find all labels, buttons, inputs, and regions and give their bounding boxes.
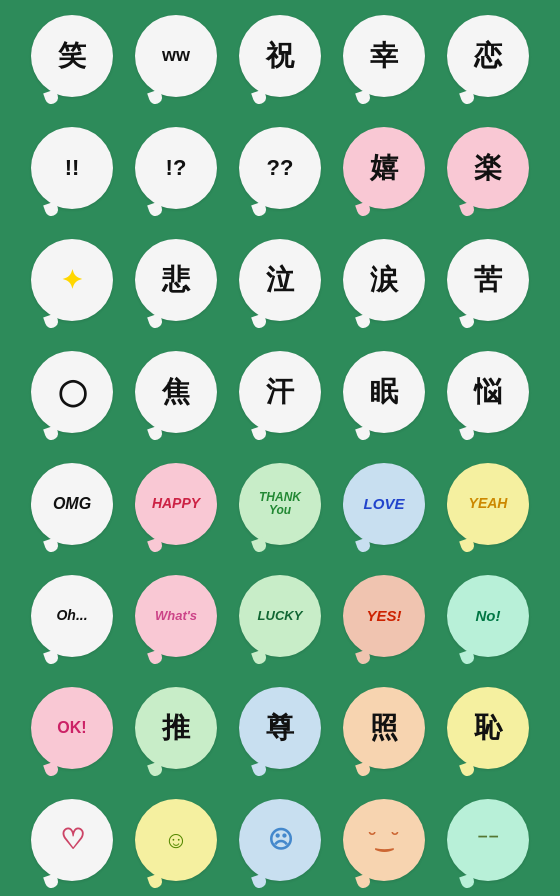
- bubble-label: YEAH: [469, 496, 508, 511]
- speech-bubble[interactable]: 笑: [31, 15, 113, 97]
- speech-bubble[interactable]: 嬉: [343, 127, 425, 209]
- sticker-cell[interactable]: 苦: [438, 226, 538, 334]
- speech-bubble[interactable]: ☺: [135, 799, 217, 881]
- speech-bubble[interactable]: 焦: [135, 351, 217, 433]
- sticker-cell[interactable]: 尊: [230, 674, 330, 782]
- speech-bubble[interactable]: ◯: [31, 351, 113, 433]
- sticker-cell[interactable]: 笑: [22, 2, 122, 110]
- sticker-cell[interactable]: 悩: [438, 338, 538, 446]
- speech-bubble[interactable]: 恥: [447, 687, 529, 769]
- bubble-label: 推: [162, 713, 190, 744]
- sticker-cell[interactable]: 涙: [334, 226, 434, 334]
- sticker-cell[interactable]: ☹: [230, 786, 330, 894]
- sticker-cell[interactable]: YEAH: [438, 450, 538, 558]
- sticker-cell[interactable]: LOVE: [334, 450, 434, 558]
- sticker-cell[interactable]: ⁻⁻: [438, 786, 538, 894]
- speech-bubble[interactable]: YEAH: [447, 463, 529, 545]
- speech-bubble[interactable]: OMG: [31, 463, 113, 545]
- speech-bubble[interactable]: ♡: [31, 799, 113, 881]
- sticker-cell[interactable]: 泣: [230, 226, 330, 334]
- speech-bubble[interactable]: !?: [135, 127, 217, 209]
- sticker-cell[interactable]: ˘‿˘: [334, 786, 434, 894]
- bubble-label: LOVE: [364, 496, 405, 513]
- speech-bubble[interactable]: YES!: [343, 575, 425, 657]
- sticker-grid: 笑ww祝幸恋!!!???嬉楽✦悲泣涙苦◯焦汗眠悩OMGHAPPYTHANK Yo…: [12, 0, 548, 896]
- sticker-cell[interactable]: HAPPY: [126, 450, 226, 558]
- bubble-label: OK!: [57, 719, 86, 737]
- speech-bubble[interactable]: 泣: [239, 239, 321, 321]
- speech-bubble[interactable]: Oh...: [31, 575, 113, 657]
- bubble-label: 恋: [474, 41, 502, 72]
- sticker-cell[interactable]: 恋: [438, 2, 538, 110]
- sticker-cell[interactable]: 焦: [126, 338, 226, 446]
- speech-bubble[interactable]: What's: [135, 575, 217, 657]
- speech-bubble[interactable]: 汗: [239, 351, 321, 433]
- bubble-label: No!: [476, 608, 501, 625]
- sticker-cell[interactable]: 眠: [334, 338, 434, 446]
- speech-bubble[interactable]: 悩: [447, 351, 529, 433]
- sticker-cell[interactable]: 楽: [438, 114, 538, 222]
- sticker-cell[interactable]: Oh...: [22, 562, 122, 670]
- sticker-cell[interactable]: ww: [126, 2, 226, 110]
- bubble-label: ww: [162, 46, 190, 66]
- speech-bubble[interactable]: 楽: [447, 127, 529, 209]
- speech-bubble[interactable]: !!: [31, 127, 113, 209]
- bubble-label: 苦: [474, 265, 502, 296]
- bubble-label: LUCKY: [258, 609, 303, 623]
- sticker-cell[interactable]: OMG: [22, 450, 122, 558]
- bubble-label: 嬉: [370, 153, 398, 184]
- sticker-cell[interactable]: 嬉: [334, 114, 434, 222]
- sticker-cell[interactable]: 恥: [438, 674, 538, 782]
- sticker-cell[interactable]: !!: [22, 114, 122, 222]
- sticker-cell[interactable]: ☺: [126, 786, 226, 894]
- sticker-cell[interactable]: What's: [126, 562, 226, 670]
- bubble-label: ☹: [268, 827, 293, 853]
- speech-bubble[interactable]: 尊: [239, 687, 321, 769]
- sticker-cell[interactable]: YES!: [334, 562, 434, 670]
- speech-bubble[interactable]: ˘‿˘: [343, 799, 425, 881]
- speech-bubble[interactable]: No!: [447, 575, 529, 657]
- sticker-cell[interactable]: THANK You: [230, 450, 330, 558]
- sticker-cell[interactable]: 汗: [230, 338, 330, 446]
- sticker-cell[interactable]: ◯: [22, 338, 122, 446]
- speech-bubble[interactable]: ☹: [239, 799, 321, 881]
- speech-bubble[interactable]: 照: [343, 687, 425, 769]
- speech-bubble[interactable]: LUCKY: [239, 575, 321, 657]
- sticker-cell[interactable]: 祝: [230, 2, 330, 110]
- speech-bubble[interactable]: 恋: [447, 15, 529, 97]
- speech-bubble[interactable]: HAPPY: [135, 463, 217, 545]
- bubble-label: Oh...: [56, 608, 87, 623]
- speech-bubble[interactable]: THANK You: [239, 463, 321, 545]
- speech-bubble[interactable]: ⁻⁻: [447, 799, 529, 881]
- sticker-cell[interactable]: OK!: [22, 674, 122, 782]
- sticker-cell[interactable]: 悲: [126, 226, 226, 334]
- speech-bubble[interactable]: 苦: [447, 239, 529, 321]
- sticker-cell[interactable]: ♡: [22, 786, 122, 894]
- bubble-label: YES!: [366, 608, 401, 625]
- sticker-cell[interactable]: 幸: [334, 2, 434, 110]
- speech-bubble[interactable]: ??: [239, 127, 321, 209]
- bubble-label: OMG: [53, 495, 91, 513]
- sticker-cell[interactable]: !?: [126, 114, 226, 222]
- bubble-label: ✦: [61, 266, 83, 295]
- speech-bubble[interactable]: ww: [135, 15, 217, 97]
- speech-bubble[interactable]: LOVE: [343, 463, 425, 545]
- speech-bubble[interactable]: 幸: [343, 15, 425, 97]
- speech-bubble[interactable]: OK!: [31, 687, 113, 769]
- bubble-label: ⁻⁻: [477, 829, 499, 851]
- speech-bubble[interactable]: ✦: [31, 239, 113, 321]
- speech-bubble[interactable]: 悲: [135, 239, 217, 321]
- speech-bubble[interactable]: 涙: [343, 239, 425, 321]
- sticker-cell[interactable]: ✦: [22, 226, 122, 334]
- sticker-cell[interactable]: 推: [126, 674, 226, 782]
- sticker-cell[interactable]: 照: [334, 674, 434, 782]
- bubble-label: 眠: [370, 377, 398, 408]
- speech-bubble[interactable]: 眠: [343, 351, 425, 433]
- bubble-label: 涙: [370, 265, 398, 296]
- sticker-cell[interactable]: No!: [438, 562, 538, 670]
- sticker-cell[interactable]: LUCKY: [230, 562, 330, 670]
- sticker-cell[interactable]: ??: [230, 114, 330, 222]
- speech-bubble[interactable]: 推: [135, 687, 217, 769]
- bubble-label: THANK You: [259, 491, 301, 517]
- speech-bubble[interactable]: 祝: [239, 15, 321, 97]
